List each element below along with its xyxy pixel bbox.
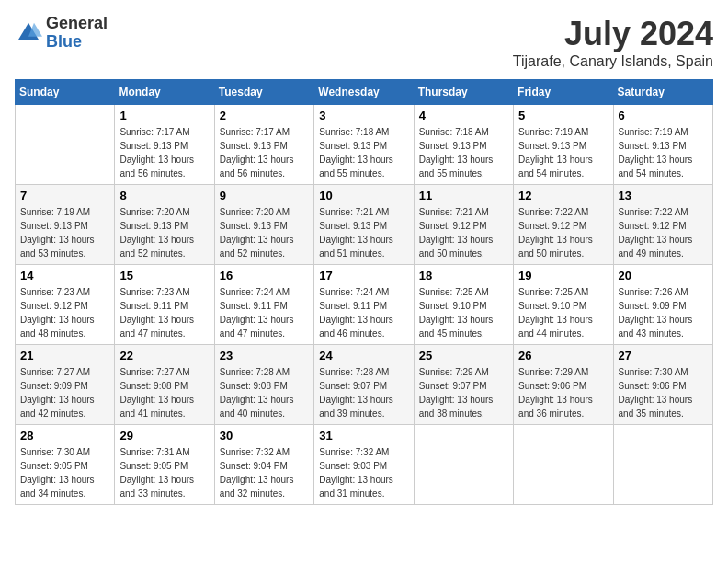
calendar-cell: 30Sunrise: 7:32 AMSunset: 9:04 PMDayligh… xyxy=(214,425,313,505)
day-info: Sunrise: 7:27 AMSunset: 9:08 PMDaylight:… xyxy=(119,365,209,420)
day-number: 21 xyxy=(20,349,109,362)
calendar-cell: 4Sunrise: 7:18 AMSunset: 9:13 PMDaylight… xyxy=(414,105,513,185)
calendar-cell: 27Sunrise: 7:30 AMSunset: 9:06 PMDayligh… xyxy=(613,345,712,425)
calendar-cell xyxy=(16,105,115,185)
logo-blue-text: Blue xyxy=(46,33,108,52)
location-title: Tijarafe, Canary Islands, Spain xyxy=(513,53,713,70)
calendar-cell: 23Sunrise: 7:28 AMSunset: 9:08 PMDayligh… xyxy=(214,345,313,425)
day-info: Sunrise: 7:24 AMSunset: 9:11 PMDaylight:… xyxy=(319,285,408,340)
calendar-cell xyxy=(514,425,613,505)
header-row: SundayMondayTuesdayWednesdayThursdayFrid… xyxy=(16,80,713,105)
day-info: Sunrise: 7:24 AMSunset: 9:11 PMDaylight:… xyxy=(220,285,309,340)
day-info: Sunrise: 7:28 AMSunset: 9:08 PMDaylight:… xyxy=(220,365,309,420)
day-number: 12 xyxy=(518,189,608,202)
day-number: 27 xyxy=(619,349,708,362)
day-number: 24 xyxy=(319,349,408,362)
day-number: 22 xyxy=(119,349,209,362)
week-row-3: 21Sunrise: 7:27 AMSunset: 9:09 PMDayligh… xyxy=(16,345,713,425)
day-info: Sunrise: 7:29 AMSunset: 9:06 PMDaylight:… xyxy=(518,365,608,420)
day-number: 23 xyxy=(220,349,309,362)
week-row-1: 7Sunrise: 7:19 AMSunset: 9:13 PMDaylight… xyxy=(16,185,713,265)
day-number: 11 xyxy=(419,189,508,202)
day-number: 16 xyxy=(220,269,309,282)
calendar-cell: 5Sunrise: 7:19 AMSunset: 9:13 PMDaylight… xyxy=(514,105,613,185)
title-area: July 2024 Tijarafe, Canary Islands, Spai… xyxy=(513,15,713,70)
day-number: 9 xyxy=(220,189,309,202)
header-day-wednesday: Wednesday xyxy=(314,80,414,105)
day-number: 18 xyxy=(419,269,508,282)
calendar-cell: 16Sunrise: 7:24 AMSunset: 9:11 PMDayligh… xyxy=(214,265,313,345)
day-info: Sunrise: 7:21 AMSunset: 9:12 PMDaylight:… xyxy=(419,205,508,260)
day-number: 26 xyxy=(518,349,608,362)
calendar-cell: 29Sunrise: 7:31 AMSunset: 9:05 PMDayligh… xyxy=(115,425,214,505)
calendar-cell: 7Sunrise: 7:19 AMSunset: 9:13 PMDaylight… xyxy=(16,185,115,265)
calendar-cell: 25Sunrise: 7:29 AMSunset: 9:07 PMDayligh… xyxy=(414,345,513,425)
header-day-sunday: Sunday xyxy=(16,80,115,105)
day-info: Sunrise: 7:22 AMSunset: 9:12 PMDaylight:… xyxy=(518,205,608,260)
calendar-cell: 21Sunrise: 7:27 AMSunset: 9:09 PMDayligh… xyxy=(16,345,115,425)
week-row-2: 14Sunrise: 7:23 AMSunset: 9:12 PMDayligh… xyxy=(16,265,713,345)
calendar-body: 1Sunrise: 7:17 AMSunset: 9:13 PMDaylight… xyxy=(16,105,713,505)
day-number: 19 xyxy=(518,269,608,282)
day-number: 29 xyxy=(119,429,209,442)
calendar-cell: 6Sunrise: 7:19 AMSunset: 9:13 PMDaylight… xyxy=(613,105,712,185)
header-day-saturday: Saturday xyxy=(613,80,712,105)
logo: General Blue xyxy=(15,15,108,52)
header-day-monday: Monday xyxy=(115,80,214,105)
day-info: Sunrise: 7:21 AMSunset: 9:13 PMDaylight:… xyxy=(319,205,408,260)
calendar-cell xyxy=(414,425,513,505)
day-info: Sunrise: 7:29 AMSunset: 9:07 PMDaylight:… xyxy=(419,365,508,420)
calendar-cell: 15Sunrise: 7:23 AMSunset: 9:11 PMDayligh… xyxy=(115,265,214,345)
week-row-4: 28Sunrise: 7:30 AMSunset: 9:05 PMDayligh… xyxy=(16,425,713,505)
day-number: 6 xyxy=(619,109,708,122)
day-info: Sunrise: 7:18 AMSunset: 9:13 PMDaylight:… xyxy=(419,125,508,180)
calendar-cell: 20Sunrise: 7:26 AMSunset: 9:09 PMDayligh… xyxy=(613,265,712,345)
calendar-cell: 8Sunrise: 7:20 AMSunset: 9:13 PMDaylight… xyxy=(115,185,214,265)
day-number: 30 xyxy=(220,429,309,442)
calendar-cell: 2Sunrise: 7:17 AMSunset: 9:13 PMDaylight… xyxy=(214,105,313,185)
day-info: Sunrise: 7:22 AMSunset: 9:12 PMDaylight:… xyxy=(619,205,708,260)
day-info: Sunrise: 7:26 AMSunset: 9:09 PMDaylight:… xyxy=(619,285,708,340)
calendar-cell xyxy=(613,425,712,505)
day-info: Sunrise: 7:20 AMSunset: 9:13 PMDaylight:… xyxy=(119,205,209,260)
day-info: Sunrise: 7:17 AMSunset: 9:13 PMDaylight:… xyxy=(220,125,309,180)
day-info: Sunrise: 7:31 AMSunset: 9:05 PMDaylight:… xyxy=(119,445,209,500)
day-info: Sunrise: 7:19 AMSunset: 9:13 PMDaylight:… xyxy=(518,125,608,180)
header-day-tuesday: Tuesday xyxy=(214,80,313,105)
day-info: Sunrise: 7:32 AMSunset: 9:04 PMDaylight:… xyxy=(220,445,309,500)
header: General Blue July 2024 Tijarafe, Canary … xyxy=(15,15,713,70)
header-day-thursday: Thursday xyxy=(414,80,513,105)
day-info: Sunrise: 7:28 AMSunset: 9:07 PMDaylight:… xyxy=(319,365,408,420)
calendar-cell: 10Sunrise: 7:21 AMSunset: 9:13 PMDayligh… xyxy=(314,185,414,265)
day-info: Sunrise: 7:18 AMSunset: 9:13 PMDaylight:… xyxy=(319,125,408,180)
day-number: 3 xyxy=(319,109,408,122)
calendar-cell: 24Sunrise: 7:28 AMSunset: 9:07 PMDayligh… xyxy=(314,345,414,425)
calendar-cell: 11Sunrise: 7:21 AMSunset: 9:12 PMDayligh… xyxy=(414,185,513,265)
calendar-cell: 17Sunrise: 7:24 AMSunset: 9:11 PMDayligh… xyxy=(314,265,414,345)
day-number: 7 xyxy=(20,189,109,202)
day-number: 2 xyxy=(220,109,309,122)
calendar-cell: 31Sunrise: 7:32 AMSunset: 9:03 PMDayligh… xyxy=(314,425,414,505)
logo-icon xyxy=(15,19,42,47)
day-number: 28 xyxy=(20,429,109,442)
day-info: Sunrise: 7:17 AMSunset: 9:13 PMDaylight:… xyxy=(119,125,209,180)
day-number: 25 xyxy=(419,349,508,362)
week-row-0: 1Sunrise: 7:17 AMSunset: 9:13 PMDaylight… xyxy=(16,105,713,185)
day-number: 14 xyxy=(20,269,109,282)
month-title: July 2024 xyxy=(513,15,713,53)
day-info: Sunrise: 7:30 AMSunset: 9:05 PMDaylight:… xyxy=(20,445,109,500)
day-number: 1 xyxy=(119,109,209,122)
day-info: Sunrise: 7:23 AMSunset: 9:12 PMDaylight:… xyxy=(20,285,109,340)
day-number: 20 xyxy=(619,269,708,282)
logo-general-text: General xyxy=(46,15,108,33)
calendar-cell: 28Sunrise: 7:30 AMSunset: 9:05 PMDayligh… xyxy=(16,425,115,505)
calendar-cell: 13Sunrise: 7:22 AMSunset: 9:12 PMDayligh… xyxy=(613,185,712,265)
calendar-cell: 14Sunrise: 7:23 AMSunset: 9:12 PMDayligh… xyxy=(16,265,115,345)
day-number: 4 xyxy=(419,109,508,122)
day-info: Sunrise: 7:30 AMSunset: 9:06 PMDaylight:… xyxy=(619,365,708,420)
calendar-cell: 22Sunrise: 7:27 AMSunset: 9:08 PMDayligh… xyxy=(115,345,214,425)
day-number: 5 xyxy=(518,109,608,122)
day-info: Sunrise: 7:25 AMSunset: 9:10 PMDaylight:… xyxy=(419,285,508,340)
day-number: 10 xyxy=(319,189,408,202)
day-info: Sunrise: 7:23 AMSunset: 9:11 PMDaylight:… xyxy=(119,285,209,340)
